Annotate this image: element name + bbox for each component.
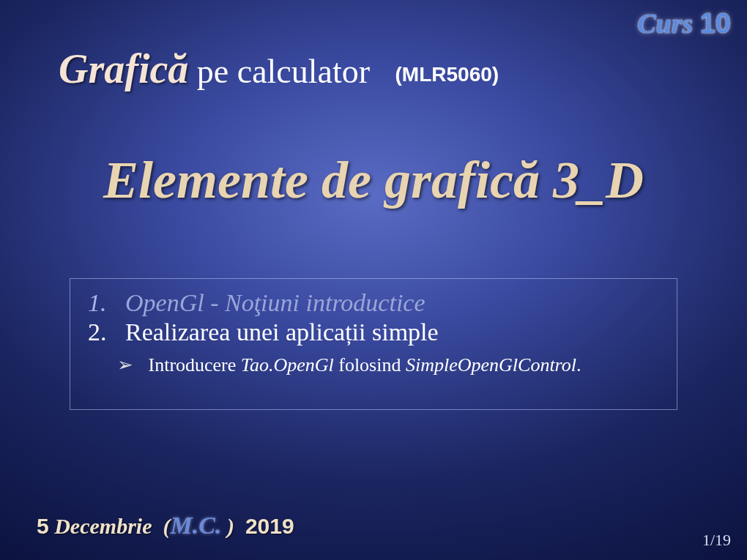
main-title: Elemente de grafică 3_D	[0, 150, 747, 211]
course-tag: Curs 10	[637, 7, 731, 40]
footer-year: 2019	[245, 514, 294, 538]
subtitle-strong: Grafică	[59, 46, 188, 92]
sub-mid: folosind	[334, 354, 406, 376]
page-number: 1/19	[702, 531, 731, 550]
list-subitem: ➢ Introducere Tao.OpenGl folosind Simple…	[88, 354, 659, 376]
page-current: 1	[702, 531, 710, 549]
list-item-1: 1. OpenGl - Noţiuni introductice	[88, 289, 659, 317]
subtitle: Grafică pe calculator (MLR5060)	[59, 45, 499, 92]
bullet-arrow-icon: ➢	[117, 354, 133, 376]
sub-end: .	[576, 354, 581, 376]
list-item-2: 2. Realizarea unei aplicații simple	[88, 318, 659, 346]
footer-date: 5 Decembrie (M.C. ) 2019	[37, 512, 294, 540]
sub-ital2: SimpleOpenGlControl	[406, 354, 576, 376]
footer-day: 5	[37, 514, 49, 538]
item1-num: 1.	[88, 289, 107, 316]
item1-text: OpenGl - Noţiuni introductice	[125, 289, 425, 316]
sub-pre: Introducere	[149, 354, 241, 376]
item2-num: 2.	[88, 318, 107, 346]
paren-close: )	[227, 514, 234, 538]
course-number: 10	[700, 8, 731, 39]
subtitle-code: (MLR5060)	[395, 63, 499, 86]
subtitle-light: pe calculator	[197, 53, 370, 90]
course-label: Curs	[637, 8, 693, 39]
paren-open: (	[163, 514, 170, 538]
page-total: 19	[715, 531, 731, 549]
content-box: 1. OpenGl - Noţiuni introductice 2. Real…	[70, 278, 677, 410]
sub-ital1: Tao.OpenGl	[241, 354, 334, 376]
footer-month: Decembrie	[54, 514, 152, 538]
item2-text: Realizarea unei aplicații simple	[125, 318, 439, 346]
footer-author: M.C.	[170, 512, 221, 539]
